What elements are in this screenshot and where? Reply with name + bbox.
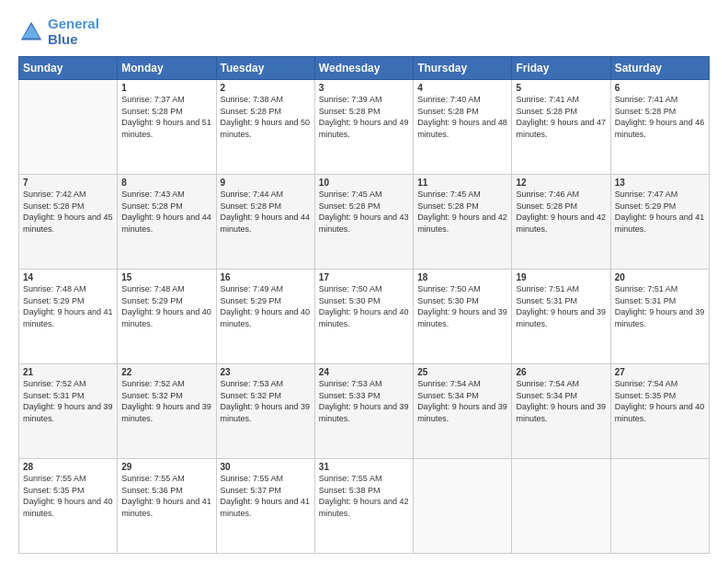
day-info: Sunrise: 7:55 AMSunset: 5:36 PMDaylight:… (121, 473, 211, 519)
day-info: Sunrise: 7:51 AMSunset: 5:31 PMDaylight:… (516, 283, 606, 329)
col-header-monday: Monday (118, 57, 216, 80)
day-info: Sunrise: 7:52 AMSunset: 5:32 PMDaylight:… (121, 378, 211, 424)
calendar-cell: 30Sunrise: 7:55 AMSunset: 5:37 PMDayligh… (216, 459, 314, 554)
col-header-wednesday: Wednesday (314, 57, 413, 80)
calendar-cell: 17Sunrise: 7:50 AMSunset: 5:30 PMDayligh… (314, 270, 413, 364)
day-number: 3 (319, 83, 409, 93)
day-number: 4 (417, 83, 507, 93)
day-number: 14 (23, 272, 113, 282)
calendar-cell: 15Sunrise: 7:48 AMSunset: 5:29 PMDayligh… (118, 270, 216, 364)
logo: General Blue (18, 17, 99, 47)
day-info: Sunrise: 7:55 AMSunset: 5:35 PMDaylight:… (23, 473, 113, 519)
day-number: 25 (417, 367, 507, 377)
day-info: Sunrise: 7:39 AMSunset: 5:28 PMDaylight:… (319, 94, 409, 140)
day-number: 20 (615, 272, 705, 282)
day-info: Sunrise: 7:37 AMSunset: 5:28 PMDaylight:… (121, 94, 211, 140)
day-info: Sunrise: 7:50 AMSunset: 5:30 PMDaylight:… (417, 283, 507, 329)
calendar-cell: 10Sunrise: 7:45 AMSunset: 5:28 PMDayligh… (314, 175, 413, 270)
day-number: 2 (221, 83, 311, 93)
calendar-cell: 4Sunrise: 7:40 AMSunset: 5:28 PMDaylight… (414, 80, 512, 175)
day-info: Sunrise: 7:45 AMSunset: 5:28 PMDaylight:… (319, 189, 409, 235)
day-number: 5 (516, 83, 606, 93)
day-info: Sunrise: 7:52 AMSunset: 5:31 PMDaylight:… (23, 378, 113, 424)
day-number: 16 (221, 272, 311, 282)
calendar-cell: 7Sunrise: 7:42 AMSunset: 5:28 PMDaylight… (19, 175, 118, 270)
col-header-thursday: Thursday (414, 57, 512, 80)
day-number: 1 (121, 83, 211, 93)
day-number: 29 (121, 462, 211, 472)
day-info: Sunrise: 7:54 AMSunset: 5:34 PMDaylight:… (516, 378, 606, 424)
day-number: 26 (516, 367, 606, 377)
calendar-cell: 2Sunrise: 7:38 AMSunset: 5:28 PMDaylight… (216, 80, 314, 175)
day-info: Sunrise: 7:53 AMSunset: 5:33 PMDaylight:… (319, 378, 409, 424)
calendar-cell: 26Sunrise: 7:54 AMSunset: 5:34 PMDayligh… (512, 364, 610, 459)
calendar-cell: 6Sunrise: 7:41 AMSunset: 5:28 PMDaylight… (610, 80, 709, 175)
day-info: Sunrise: 7:44 AMSunset: 5:28 PMDaylight:… (221, 189, 311, 235)
col-header-saturday: Saturday (610, 57, 709, 80)
calendar-cell: 8Sunrise: 7:43 AMSunset: 5:28 PMDaylight… (118, 175, 216, 270)
calendar-cell: 13Sunrise: 7:47 AMSunset: 5:29 PMDayligh… (610, 175, 709, 270)
day-number: 7 (23, 178, 113, 188)
day-info: Sunrise: 7:38 AMSunset: 5:28 PMDaylight:… (221, 94, 311, 140)
day-info: Sunrise: 7:41 AMSunset: 5:28 PMDaylight:… (615, 94, 705, 140)
calendar-cell: 3Sunrise: 7:39 AMSunset: 5:28 PMDaylight… (314, 80, 413, 175)
col-header-tuesday: Tuesday (216, 57, 314, 80)
page: General Blue SundayMondayTuesdayWednesda… (0, 0, 728, 563)
day-info: Sunrise: 7:54 AMSunset: 5:34 PMDaylight:… (417, 378, 507, 424)
calendar-cell: 21Sunrise: 7:52 AMSunset: 5:31 PMDayligh… (19, 364, 118, 459)
day-number: 15 (121, 272, 211, 282)
day-number: 18 (417, 272, 507, 282)
day-info: Sunrise: 7:49 AMSunset: 5:29 PMDaylight:… (221, 283, 311, 329)
calendar-cell: 27Sunrise: 7:54 AMSunset: 5:35 PMDayligh… (610, 364, 709, 459)
calendar-cell: 12Sunrise: 7:46 AMSunset: 5:28 PMDayligh… (512, 175, 610, 270)
day-number: 12 (516, 178, 606, 188)
calendar-cell: 22Sunrise: 7:52 AMSunset: 5:32 PMDayligh… (118, 364, 216, 459)
day-info: Sunrise: 7:47 AMSunset: 5:29 PMDaylight:… (615, 189, 705, 235)
calendar-cell: 16Sunrise: 7:49 AMSunset: 5:29 PMDayligh… (216, 270, 314, 364)
calendar-cell: 19Sunrise: 7:51 AMSunset: 5:31 PMDayligh… (512, 270, 610, 364)
day-number: 10 (319, 178, 409, 188)
day-info: Sunrise: 7:50 AMSunset: 5:30 PMDaylight:… (319, 283, 409, 329)
calendar-cell: 23Sunrise: 7:53 AMSunset: 5:32 PMDayligh… (216, 364, 314, 459)
calendar-cell: 20Sunrise: 7:51 AMSunset: 5:31 PMDayligh… (610, 270, 709, 364)
day-info: Sunrise: 7:43 AMSunset: 5:28 PMDaylight:… (121, 189, 211, 235)
day-number: 13 (615, 178, 705, 188)
day-number: 9 (221, 178, 311, 188)
day-number: 30 (221, 462, 311, 472)
day-info: Sunrise: 7:42 AMSunset: 5:28 PMDaylight:… (23, 189, 113, 235)
calendar-cell: 31Sunrise: 7:55 AMSunset: 5:38 PMDayligh… (314, 459, 413, 554)
day-info: Sunrise: 7:55 AMSunset: 5:38 PMDaylight:… (319, 473, 409, 519)
day-number: 19 (516, 272, 606, 282)
calendar-cell: 24Sunrise: 7:53 AMSunset: 5:33 PMDayligh… (314, 364, 413, 459)
day-info: Sunrise: 7:53 AMSunset: 5:32 PMDaylight:… (221, 378, 311, 424)
day-number: 21 (23, 367, 113, 377)
day-info: Sunrise: 7:41 AMSunset: 5:28 PMDaylight:… (516, 94, 606, 140)
calendar-cell (19, 80, 118, 175)
calendar-cell: 1Sunrise: 7:37 AMSunset: 5:28 PMDaylight… (118, 80, 216, 175)
day-number: 24 (319, 367, 409, 377)
day-info: Sunrise: 7:54 AMSunset: 5:35 PMDaylight:… (615, 378, 705, 424)
day-info: Sunrise: 7:45 AMSunset: 5:28 PMDaylight:… (417, 189, 507, 235)
day-number: 22 (121, 367, 211, 377)
day-info: Sunrise: 7:40 AMSunset: 5:28 PMDaylight:… (417, 94, 507, 140)
day-number: 17 (319, 272, 409, 282)
day-number: 28 (23, 462, 113, 472)
day-info: Sunrise: 7:51 AMSunset: 5:31 PMDaylight:… (615, 283, 705, 329)
calendar-cell: 18Sunrise: 7:50 AMSunset: 5:30 PMDayligh… (414, 270, 512, 364)
calendar-cell: 25Sunrise: 7:54 AMSunset: 5:34 PMDayligh… (414, 364, 512, 459)
svg-marker-1 (23, 24, 40, 38)
calendar-cell: 11Sunrise: 7:45 AMSunset: 5:28 PMDayligh… (414, 175, 512, 270)
day-number: 6 (615, 83, 705, 93)
day-number: 23 (221, 367, 311, 377)
col-header-friday: Friday (512, 57, 610, 80)
day-number: 27 (615, 367, 705, 377)
calendar-cell: 9Sunrise: 7:44 AMSunset: 5:28 PMDaylight… (216, 175, 314, 270)
header: General Blue (18, 17, 710, 47)
calendar-cell: 28Sunrise: 7:55 AMSunset: 5:35 PMDayligh… (19, 459, 118, 554)
day-info: Sunrise: 7:55 AMSunset: 5:37 PMDaylight:… (221, 473, 311, 519)
calendar-cell: 5Sunrise: 7:41 AMSunset: 5:28 PMDaylight… (512, 80, 610, 175)
day-number: 11 (417, 178, 507, 188)
calendar-cell: 29Sunrise: 7:55 AMSunset: 5:36 PMDayligh… (118, 459, 216, 554)
day-info: Sunrise: 7:48 AMSunset: 5:29 PMDaylight:… (23, 283, 113, 329)
day-info: Sunrise: 7:48 AMSunset: 5:29 PMDaylight:… (121, 283, 211, 329)
